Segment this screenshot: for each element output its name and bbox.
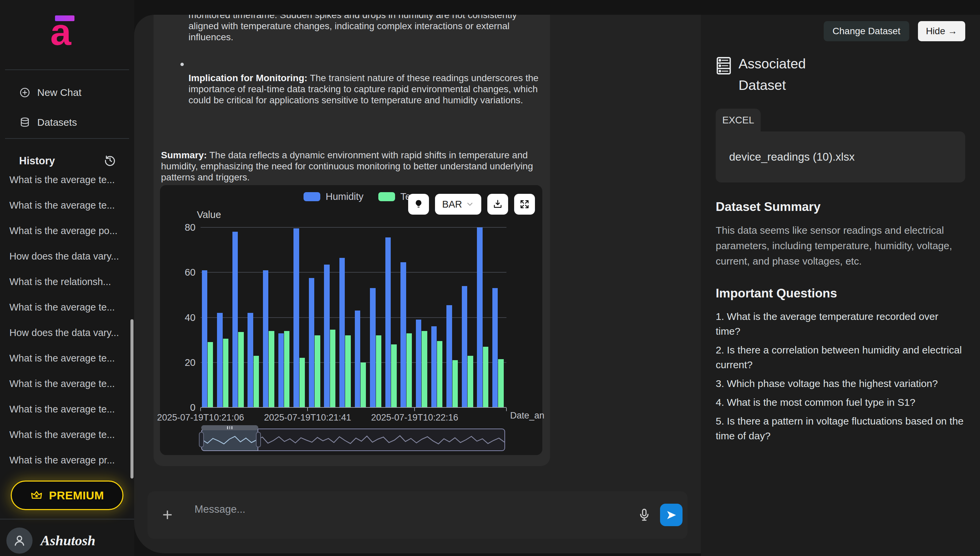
bar-humidity (385, 238, 391, 407)
change-dataset-button[interactable]: Change Dataset (824, 21, 909, 41)
bar-group (201, 227, 216, 407)
navigator-selection[interactable] (201, 428, 258, 451)
clock-history-icon (103, 154, 117, 167)
avatar[interactable] (6, 527, 32, 554)
datasets-label: Datasets (37, 117, 77, 128)
chart-type-label: BAR (442, 199, 462, 210)
gridline (201, 407, 506, 408)
bullet-lead: Implication for Monitoring: (189, 73, 307, 83)
bar-humidity (355, 310, 360, 407)
y-axis-title: Value (197, 209, 221, 220)
fullscreen-button[interactable] (514, 194, 535, 215)
history-item[interactable]: What is the average te... (0, 294, 129, 320)
assistant-paragraph: monitored timeframe. Sudden spikes and d… (189, 15, 544, 43)
history-clock-button[interactable] (103, 154, 117, 167)
bar-temp (467, 356, 473, 407)
bar-group (277, 227, 293, 407)
bar-humidity (278, 333, 284, 408)
summary-lead: Summary: (161, 150, 207, 160)
axis-tick (200, 408, 201, 411)
history-item[interactable]: What is the average pr... (0, 447, 129, 473)
bar-group (491, 227, 506, 407)
history-item[interactable]: What is the average te... (0, 422, 129, 447)
bar-humidity (247, 313, 253, 407)
history-item[interactable]: What is the average te... (0, 167, 129, 192)
assistant-summary-paragraph: Summary: The data reflects a dynamic env… (161, 150, 547, 183)
bar-temp (330, 330, 335, 407)
navigator-grip[interactable] (201, 425, 258, 430)
bar-group (384, 227, 399, 407)
bar-humidity (462, 286, 467, 407)
server-icon (716, 56, 732, 76)
tab-excel[interactable]: EXCEL (716, 109, 761, 131)
associated-dataset-label: Associated Dataset (739, 53, 839, 96)
history-item[interactable]: What is the average te... (0, 396, 129, 422)
question-item: 2. Is there a correlation between humidi… (716, 343, 965, 372)
bar-temp (406, 333, 412, 408)
navigator-right-handle[interactable] (256, 432, 261, 447)
bar-humidity (446, 305, 452, 407)
expand-icon (519, 199, 530, 210)
send-button[interactable] (660, 504, 682, 526)
chart-type-select[interactable]: BAR (435, 194, 481, 215)
y-axis-labels: 806040200 (167, 227, 196, 407)
hide-panel-button[interactable]: Hide → (918, 21, 965, 41)
legend-item-humidity[interactable]: Humidity (304, 191, 364, 202)
history-item[interactable]: How does the data vary... (0, 244, 129, 269)
logo-letter: a (50, 13, 71, 51)
history-item[interactable]: What is the relationsh... (0, 269, 129, 294)
sidebar-item-new-chat[interactable]: New Chat (0, 82, 134, 103)
summary-body: The data reflects a dynamic environment … (161, 150, 533, 183)
x-tick-label: 2025-07-19T10:21:41 (264, 412, 351, 423)
bar-temp (238, 332, 244, 407)
message-input[interactable] (194, 500, 617, 519)
assistant-message-card: monitored timeframe. Sudden spikes and d… (154, 15, 550, 466)
bar-group (307, 227, 323, 407)
bar-temp (376, 335, 381, 407)
download-chart-button[interactable] (487, 194, 508, 215)
main-column: monitored timeframe. Sudden spikes and d… (134, 15, 701, 553)
bar-humidity (202, 270, 207, 407)
dataset-panel: Change Dataset Hide → Associated Dataset… (701, 15, 980, 556)
insights-button[interactable] (408, 194, 429, 215)
dataset-summary-title: Dataset Summary (716, 200, 965, 214)
history-item[interactable]: How does the data vary... (0, 320, 129, 346)
bar-group (369, 227, 384, 407)
history-scrollbar[interactable] (131, 319, 134, 478)
bullet-point (180, 63, 184, 66)
chart-navigator[interactable] (201, 428, 505, 451)
bar-humidity (233, 232, 238, 407)
dataset-file-card[interactable]: device_readings (10).xlsx (716, 131, 965, 183)
crown-icon (30, 489, 43, 502)
navigator-left-handle[interactable] (199, 432, 204, 447)
bar-temp (284, 331, 289, 407)
bar-group (323, 227, 338, 407)
history-item[interactable]: What is the average te... (0, 192, 129, 218)
history-title: History (19, 155, 55, 167)
bar-group (476, 227, 492, 407)
bar-temp (223, 339, 228, 407)
bar-temp (498, 359, 503, 407)
history-item[interactable]: What is the average po... (0, 218, 129, 244)
mic-button[interactable] (637, 508, 652, 523)
bar-humidity (340, 258, 345, 407)
y-tick-label: 80 (185, 222, 196, 233)
divider (5, 138, 129, 139)
bar-temp (483, 347, 488, 407)
x-tick-label: 2025-07-19T10:22:16 (371, 412, 458, 423)
premium-button[interactable]: PREMIUM (11, 480, 123, 510)
bar-humidity (416, 320, 421, 407)
associated-dataset-title: Associated Dataset (716, 53, 965, 96)
attach-button[interactable]: + (162, 506, 172, 524)
dataset-summary-text: This data seems like sensor readings and… (716, 223, 965, 269)
person-icon (12, 533, 27, 548)
user-name: Ashutosh (40, 533, 95, 549)
history-item[interactable]: What is the average te... (0, 346, 129, 371)
bar-temp (437, 341, 442, 407)
question-item: 4. What is the most common fuel type in … (716, 395, 965, 410)
history-list: What is the average te...What is the ave… (0, 167, 129, 473)
history-item[interactable]: What is the average te... (0, 371, 129, 396)
bar-group (293, 227, 308, 407)
chart-toolbar: BAR (408, 194, 535, 215)
sidebar-item-datasets[interactable]: Datasets (0, 112, 134, 133)
